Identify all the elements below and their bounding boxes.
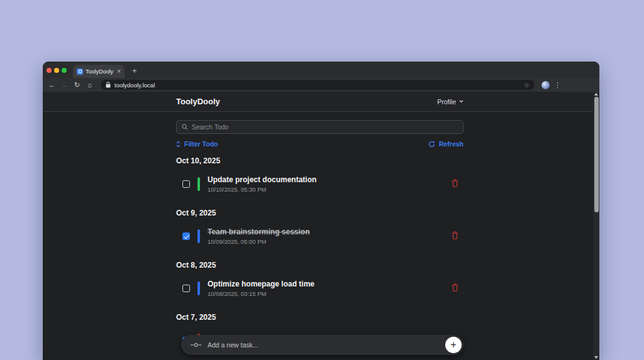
page-scrollbar[interactable]	[593, 92, 599, 360]
todo-text: Update project documentation 10/10/2025,…	[208, 176, 316, 193]
browser-profile-avatar[interactable]	[541, 81, 550, 89]
browser-window: ToolyDooly × + ← → ↻ ⌂ toolydooly.local …	[43, 62, 599, 360]
trash-icon	[452, 283, 458, 292]
date-header: Oct 10, 2025	[176, 156, 464, 165]
tab-favicon-icon	[77, 68, 83, 75]
url-text: toolydooly.local	[114, 82, 520, 89]
tab-strip: ToolyDooly × +	[43, 62, 599, 78]
todo-group: Oct 9, 2025 Team brainstorming session 1…	[176, 209, 464, 247]
address-bar[interactable]: toolydooly.local ☆	[101, 80, 535, 90]
todo-checkbox[interactable]	[182, 285, 190, 292]
scrollbar-thumb[interactable]	[594, 97, 599, 212]
date-header: Oct 8, 2025	[176, 261, 464, 270]
refresh-button[interactable]: Refresh	[428, 140, 464, 148]
todo-timestamp: 10/08/2025, 03:15 PM	[208, 290, 314, 297]
new-tab-button[interactable]: +	[132, 66, 137, 75]
todo-group: Oct 8, 2025 Optimize homepage load time …	[176, 261, 464, 299]
minimize-window-button[interactable]	[54, 68, 59, 73]
sort-icon	[176, 141, 180, 148]
profile-label: Profile	[437, 98, 456, 106]
trash-icon	[452, 231, 458, 239]
delete-todo-button[interactable]	[452, 178, 458, 190]
date-header: Oct 7, 2025	[176, 313, 464, 322]
date-header: Oct 9, 2025	[176, 209, 464, 217]
todo-group: Oct 10, 2025 Update project documentatio…	[176, 156, 464, 195]
scroll-up-icon[interactable]	[594, 93, 598, 95]
profile-menu[interactable]: Profile	[437, 98, 464, 106]
search-bar	[176, 120, 464, 134]
todo-timestamp: 10/09/2025, 05:00 PM	[208, 238, 310, 245]
filter-todo-label: Filter Todo	[184, 140, 218, 148]
scroll-down-icon[interactable]	[594, 356, 598, 359]
app-header: ToolyDooly Profile	[43, 92, 599, 112]
browser-toolbar: ← → ↻ ⌂ toolydooly.local ☆ ⋮	[43, 78, 599, 92]
zoom-window-button[interactable]	[62, 68, 67, 73]
todo-item: Optimize homepage load time 10/08/2025, …	[176, 278, 464, 299]
search-icon	[182, 124, 188, 130]
refresh-label: Refresh	[439, 140, 464, 148]
back-icon[interactable]: ←	[48, 81, 56, 89]
reload-icon[interactable]: ↻	[73, 81, 81, 89]
page-title: ToolyDooly	[176, 97, 220, 106]
commit-icon	[191, 342, 201, 347]
browser-tab[interactable]: ToolyDooly ×	[73, 65, 125, 78]
filter-row: Filter Todo Refresh	[176, 140, 464, 148]
filter-todo-button[interactable]: Filter Todo	[176, 140, 218, 148]
group-items: Update project documentation 10/10/2025,…	[176, 173, 464, 195]
delete-todo-button[interactable]	[452, 231, 458, 242]
group-items: Optimize homepage load time 10/08/2025, …	[176, 278, 464, 299]
todo-title: Team brainstorming session	[208, 228, 310, 236]
desktop: { "browser": { "tab_title": "ToolyDooly"…	[0, 0, 644, 360]
todo-timestamp: 10/10/2025, 05:30 PM	[208, 186, 316, 193]
add-task-button[interactable]: +	[445, 337, 462, 353]
todo-text: Team brainstorming session 10/09/2025, 0…	[208, 228, 310, 245]
close-window-button[interactable]	[47, 68, 52, 73]
tab-close-icon[interactable]: ×	[117, 68, 121, 75]
delete-todo-button[interactable]	[452, 283, 458, 294]
lock-icon	[106, 82, 111, 88]
todo-item: Team brainstorming session 10/09/2025, 0…	[176, 226, 464, 247]
browser-menu-icon[interactable]: ⋮	[554, 81, 561, 89]
page-content: ToolyDooly Profile	[43, 92, 599, 360]
bookmark-star-icon[interactable]: ☆	[524, 82, 530, 89]
refresh-icon	[428, 141, 435, 148]
chevron-down-icon	[459, 100, 464, 103]
add-task-bar: +	[181, 335, 464, 355]
todo-checkbox[interactable]	[182, 180, 190, 188]
todo-title: Optimize homepage load time	[208, 280, 314, 288]
tab-title: ToolyDooly	[86, 68, 114, 75]
home-icon[interactable]: ⌂	[86, 81, 94, 89]
todo-checkbox[interactable]	[182, 232, 190, 240]
todo-item: Update project documentation 10/10/2025,…	[176, 173, 464, 195]
add-task-input[interactable]	[208, 341, 439, 349]
group-items: Team brainstorming session 10/09/2025, 0…	[176, 226, 464, 247]
forward-icon[interactable]: →	[60, 81, 69, 89]
todo-text: Optimize homepage load time 10/08/2025, …	[208, 280, 314, 297]
priority-bar	[197, 229, 200, 243]
window-controls	[47, 68, 67, 73]
todo-groups: Oct 10, 2025 Update project documentatio…	[176, 156, 464, 351]
priority-bar	[197, 281, 200, 295]
search-input[interactable]	[192, 123, 458, 131]
trash-icon	[452, 179, 458, 187]
todo-title: Update project documentation	[208, 176, 316, 184]
priority-bar	[197, 177, 200, 191]
